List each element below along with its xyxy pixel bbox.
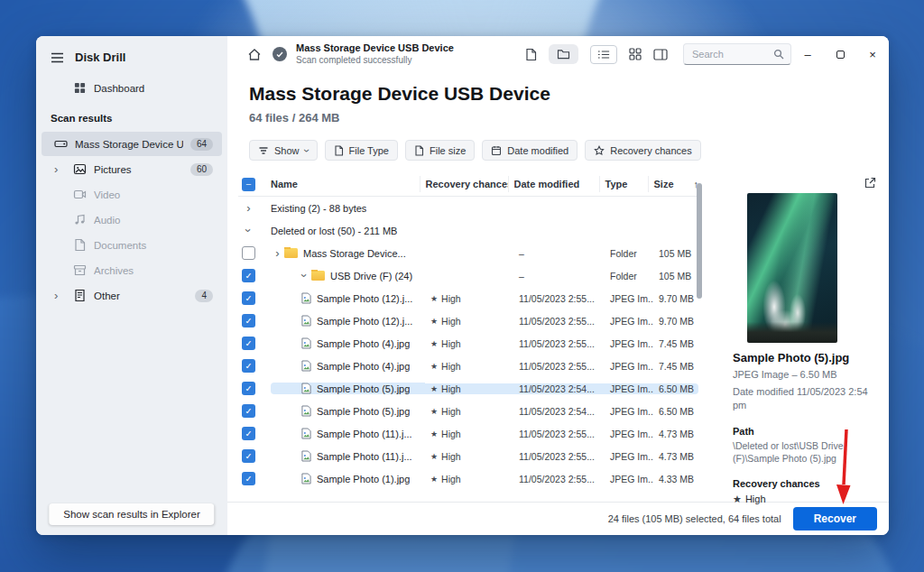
column-header-name[interactable]: Name — [271, 179, 420, 189]
row-name: Sample Photo (5).jpg — [317, 406, 410, 417]
count-badge: 64 — [190, 138, 213, 151]
row-name: Sample Photo (11).j... — [317, 451, 412, 462]
titlebar-status: Scan completed successfully — [296, 55, 454, 66]
row-size: 105 MB — [653, 271, 698, 281]
table-row[interactable]: ✓Sample Photo (5).jpg★High11/05/2023 2:5… — [238, 377, 698, 400]
table-row[interactable]: ›Deleted or lost (50) - 211 MB — [238, 219, 698, 242]
column-header-recovery-chances[interactable]: Recovery chances — [420, 176, 508, 192]
chevron-down-icon: › — [243, 225, 254, 236]
sidebar-item-other[interactable]: ›Other4 — [42, 283, 222, 308]
select-all-checkbox[interactable]: – — [242, 178, 255, 191]
sidebar-item-archives[interactable]: Archives — [42, 258, 222, 282]
column-header-size[interactable]: Size — [648, 176, 693, 192]
file-count-summary: 64 files / 264 MB — [249, 111, 698, 125]
hamburger-menu-icon[interactable] — [51, 52, 64, 63]
sidebar-item-label: Audio — [94, 215, 213, 226]
image-file-icon — [301, 337, 311, 349]
recover-button[interactable]: Recover — [793, 507, 877, 530]
row-checkbox[interactable]: ✓ — [242, 291, 255, 305]
maximize-button[interactable] — [824, 36, 856, 72]
chevron-right-icon: › — [54, 163, 66, 175]
table-row[interactable]: ✓Sample Photo (4).jpg★High11/05/2023 2:5… — [238, 355, 698, 377]
row-recovery: ★High — [425, 451, 513, 462]
sidebar-item-audio[interactable]: Audio — [42, 208, 222, 232]
panel-view-button[interactable] — [653, 49, 668, 60]
row-size: 7.45 MB — [653, 338, 698, 349]
archives-icon — [73, 263, 87, 277]
open-external-icon[interactable] — [864, 177, 876, 189]
sidebar-item-label: Documents — [94, 240, 213, 251]
row-type: Folder — [605, 248, 653, 259]
table-row[interactable]: ✓Sample Photo (5).jpg★High11/05/2023 2:5… — [238, 400, 698, 422]
row-checkbox[interactable] — [242, 246, 255, 260]
minimize-button[interactable]: – — [791, 36, 824, 72]
table-row[interactable]: ✓Sample Photo (1).jpg★High11/05/2023 2:5… — [238, 467, 698, 490]
row-type: JPEG Im... — [605, 451, 653, 462]
row-recovery: ★High — [425, 406, 513, 417]
page-title: Mass Storage Device USB Device — [249, 83, 698, 105]
chevron-right-icon: › — [242, 202, 255, 214]
row-recovery: ★High — [425, 338, 513, 349]
row-recovery: ★High — [425, 293, 513, 304]
table-row[interactable]: ✓Sample Photo (11).j...★High11/05/2023 2… — [238, 422, 698, 445]
disk-drill-window: Disk Drill Dashboard Scan results Mass S… — [36, 36, 889, 535]
results-table: – Name Recovery chances Date modified Ty… — [238, 172, 698, 490]
sidebar-item-label: Archives — [94, 265, 213, 276]
table-row[interactable]: ✓Sample Photo (12).j...★High11/05/2023 2… — [238, 309, 698, 332]
home-icon[interactable] — [247, 48, 262, 61]
star-icon: ★ — [430, 362, 438, 371]
new-file-icon[interactable] — [525, 48, 537, 61]
sidebar-item-dashboard[interactable]: Dashboard — [42, 76, 222, 100]
scrollbar-thumb[interactable] — [697, 183, 702, 299]
preview-image[interactable] — [747, 193, 837, 343]
row-checkbox[interactable]: ✓ — [242, 382, 255, 395]
table-row[interactable]: ✓Sample Photo (4).jpg★High11/05/2023 2:5… — [238, 332, 698, 355]
sidebar-item-video[interactable]: Video — [42, 182, 222, 207]
filter-label: Date modified — [507, 145, 568, 156]
row-type: JPEG Im... — [605, 474, 653, 484]
folder-view-button[interactable] — [549, 44, 578, 64]
table-row[interactable]: ›Existing (2) - 88 bytes — [238, 197, 698, 219]
row-checkbox[interactable]: ✓ — [242, 427, 255, 440]
row-date: 11/05/2023 2:55... — [513, 361, 605, 372]
row-checkbox[interactable]: ✓ — [242, 337, 255, 350]
column-header-date-modified[interactable]: Date modified — [508, 176, 599, 192]
sidebar-item-documents[interactable]: Documents — [42, 233, 222, 257]
filter-label: File Type — [349, 145, 389, 156]
selection-summary: 24 files (105 MB) selected, 64 files tot… — [608, 513, 781, 524]
row-type: Folder — [605, 271, 653, 281]
show-in-explorer-button[interactable]: Show scan results in Explorer — [49, 503, 214, 525]
row-checkbox[interactable]: ✓ — [242, 269, 255, 282]
search-box[interactable] — [683, 43, 791, 65]
chevron-right-icon: › — [271, 247, 284, 259]
video-icon — [73, 188, 87, 201]
filter-show-button[interactable]: Show› — [249, 140, 318, 161]
search-input[interactable] — [692, 49, 773, 60]
row-checkbox[interactable]: ✓ — [242, 359, 255, 373]
sidebar-item-pictures[interactable]: ›Pictures60 — [42, 157, 222, 181]
grid-view-button[interactable] — [629, 48, 642, 60]
preview-date-modified: Date modified 11/05/2023 2:54 pm — [733, 385, 874, 412]
row-checkbox[interactable]: ✓ — [242, 449, 255, 463]
sidebar-item-mass-storage-device-usb[interactable]: Mass Storage Device USB...64 — [42, 132, 222, 156]
row-checkbox[interactable]: ✓ — [242, 314, 255, 328]
filter-file-size-button[interactable]: File size — [405, 140, 475, 161]
filter-date-modified-button[interactable]: Date modified — [482, 140, 578, 161]
filter-file-type-button[interactable]: File Type — [325, 140, 398, 161]
row-checkbox[interactable]: ✓ — [242, 472, 255, 485]
close-button[interactable]: × — [856, 36, 889, 72]
row-recovery: ★High — [425, 429, 513, 439]
column-header-type[interactable]: Type — [599, 176, 648, 192]
row-name: Sample Photo (11).j... — [317, 429, 412, 439]
row-checkbox[interactable]: ✓ — [242, 404, 255, 418]
star-icon: ★ — [430, 429, 438, 438]
row-name: Mass Storage Device... — [303, 248, 406, 259]
table-row[interactable]: ›Mass Storage Device...–Folder105 MB — [238, 242, 698, 264]
table-row[interactable]: ✓›USB Drive (F) (24)–Folder105 MB — [238, 264, 698, 287]
list-view-button[interactable] — [590, 45, 617, 64]
table-row[interactable]: ✓Sample Photo (12).j...★High11/05/2023 2… — [238, 287, 698, 309]
image-file-icon — [301, 405, 311, 417]
filter-recovery-chances-button[interactable]: Recovery chances — [585, 140, 701, 161]
row-type: JPEG Im... — [605, 429, 653, 439]
table-row[interactable]: ✓Sample Photo (11).j...★High11/05/2023 2… — [238, 445, 698, 467]
